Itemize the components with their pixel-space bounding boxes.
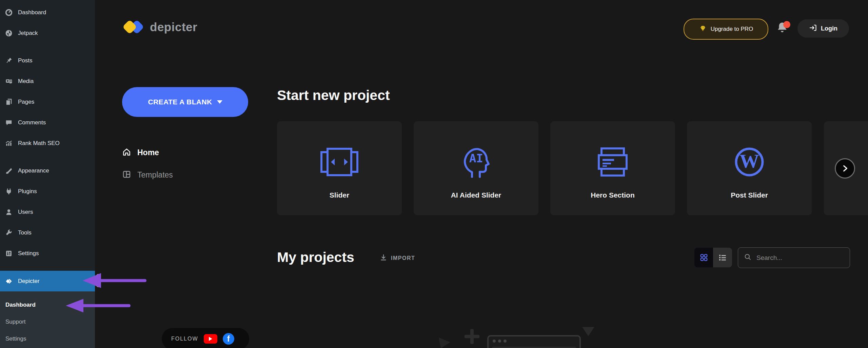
follow-pill: FOLLOW f xyxy=(162,328,249,348)
create-a-blank-button[interactable]: CREATE A BLANK xyxy=(122,87,248,117)
illustration-window-bar xyxy=(492,347,576,348)
illustration-plus-icon xyxy=(470,329,474,344)
sidebar-separator xyxy=(0,264,95,271)
illustration-triangle-icon xyxy=(582,327,594,336)
templates-icon xyxy=(122,170,131,180)
hero-section-icon xyxy=(592,142,633,182)
sidebar-item-label: Jetpack xyxy=(18,30,38,37)
sidebar-item-label: Media xyxy=(18,78,34,85)
project-type-card-ai-aided-slider[interactable]: AI AI Aided Slider xyxy=(414,121,538,215)
sidebar-item-label: Rank Math SEO xyxy=(18,140,60,147)
login-label: Login xyxy=(821,25,837,32)
my-projects-title: My projects xyxy=(277,249,354,265)
media-icon xyxy=(5,78,13,85)
pages-icon xyxy=(5,98,13,106)
nav-item-home[interactable]: Home xyxy=(122,145,159,160)
notification-dot xyxy=(783,21,790,28)
sidebar-item-settings[interactable]: Settings xyxy=(0,243,95,264)
comment-icon xyxy=(5,119,13,126)
depicter-logo-icon xyxy=(123,18,144,36)
carousel-next-button[interactable] xyxy=(835,158,855,179)
submenu-item-support[interactable]: Support xyxy=(0,313,95,330)
project-type-card-post-slider[interactable]: W Post Slider xyxy=(687,121,812,215)
list-view-button[interactable] xyxy=(713,248,732,267)
user-icon xyxy=(5,208,13,216)
upgrade-to-pro-button[interactable]: Upgrade to PRO xyxy=(684,19,768,40)
download-icon xyxy=(380,254,387,263)
nav-item-templates[interactable]: Templates xyxy=(122,167,173,182)
search-icon xyxy=(744,253,752,262)
seo-chart-icon xyxy=(5,140,13,147)
sidebar-item-jetpack[interactable]: Jetpack xyxy=(0,23,95,43)
home-icon xyxy=(122,147,131,158)
sidebar-item-label: Pages xyxy=(18,99,34,105)
gauge-icon xyxy=(5,9,13,16)
depicter-app: depicter Upgrade to PRO Login CREATE A B… xyxy=(95,0,868,348)
project-type-card-hero-section[interactable]: Hero Section xyxy=(550,121,675,215)
wrench-icon xyxy=(5,229,13,237)
sidebar-item-label: Posts xyxy=(18,57,33,64)
sliders-icon xyxy=(5,250,13,257)
project-type-card-slider[interactable]: Slider xyxy=(277,121,402,215)
search-box xyxy=(738,247,850,268)
facebook-icon[interactable]: f xyxy=(223,333,234,345)
chevron-right-icon xyxy=(841,164,849,173)
youtube-icon[interactable] xyxy=(204,334,217,344)
card-label: Post Slider xyxy=(731,191,768,199)
card-label: Hero Section xyxy=(591,191,635,199)
sidebar-item-dashboard[interactable]: Dashboard xyxy=(0,2,95,23)
nav-templates-label: Templates xyxy=(137,170,173,180)
sidebar-separator xyxy=(0,43,95,50)
sidebar-item-label: Settings xyxy=(18,250,39,257)
chevron-down-icon xyxy=(217,100,222,104)
login-icon xyxy=(809,24,817,34)
gem-icon xyxy=(699,24,707,34)
sidebar-item-label: Tools xyxy=(18,229,32,236)
sidebar-item-appearance[interactable]: Appearance xyxy=(0,160,95,181)
pushpin-icon xyxy=(5,57,13,64)
slider-icon xyxy=(319,142,360,182)
plug-icon xyxy=(5,188,13,195)
nav-home-label: Home xyxy=(137,148,159,157)
view-toggle xyxy=(694,248,732,267)
brush-icon xyxy=(5,167,13,175)
ai-head-icon: AI xyxy=(456,142,496,182)
sidebar-item-label: Depicter xyxy=(18,278,39,285)
wordpress-icon: W xyxy=(729,142,770,182)
sidebar-item-label: Dashboard xyxy=(18,9,46,16)
grid-view-icon xyxy=(699,253,708,262)
login-button[interactable]: Login xyxy=(797,19,849,38)
sidebar-item-posts[interactable]: Posts xyxy=(0,50,95,71)
sidebar-item-comments[interactable]: Comments xyxy=(0,112,95,133)
sidebar-item-rank-math[interactable]: Rank Math SEO xyxy=(0,133,95,153)
sidebar-item-label: Users xyxy=(18,209,33,216)
depicter-icon xyxy=(5,278,13,285)
grid-view-button[interactable] xyxy=(694,248,713,267)
submenu-item-settings[interactable]: Settings xyxy=(0,330,95,347)
wp-admin-sidebar: Dashboard Jetpack Posts Media Pages Comm… xyxy=(0,0,95,348)
sidebar-item-media[interactable]: Media xyxy=(0,71,95,91)
import-button[interactable]: IMPORT xyxy=(380,252,415,264)
sidebar-item-label: Comments xyxy=(18,119,46,126)
upgrade-label: Upgrade to PRO xyxy=(711,26,753,33)
create-label: CREATE A BLANK xyxy=(148,98,212,106)
list-view-icon xyxy=(718,253,727,262)
sidebar-separator xyxy=(0,153,95,160)
depicter-logo: depicter xyxy=(123,18,197,36)
sidebar-item-pages[interactable]: Pages xyxy=(0,91,95,112)
annotation-arrow-depicter xyxy=(80,271,148,290)
svg-text:AI: AI xyxy=(469,151,483,165)
sidebar-item-plugins[interactable]: Plugins xyxy=(0,181,95,202)
jetpack-icon xyxy=(5,29,13,37)
notification-bell-button[interactable] xyxy=(775,20,791,37)
sidebar-item-tools[interactable]: Tools xyxy=(0,222,95,243)
search-input[interactable] xyxy=(756,254,839,262)
annotation-arrow-dashboard xyxy=(64,296,132,315)
logo-wordmark: depicter xyxy=(150,20,197,34)
illustration-window-dots xyxy=(493,340,507,343)
sidebar-item-users[interactable]: Users xyxy=(0,202,95,222)
sidebar-item-label: Plugins xyxy=(18,188,37,195)
sidebar-item-label: Appearance xyxy=(18,167,49,174)
import-label: IMPORT xyxy=(391,255,415,261)
card-label: AI Aided Slider xyxy=(451,191,501,199)
